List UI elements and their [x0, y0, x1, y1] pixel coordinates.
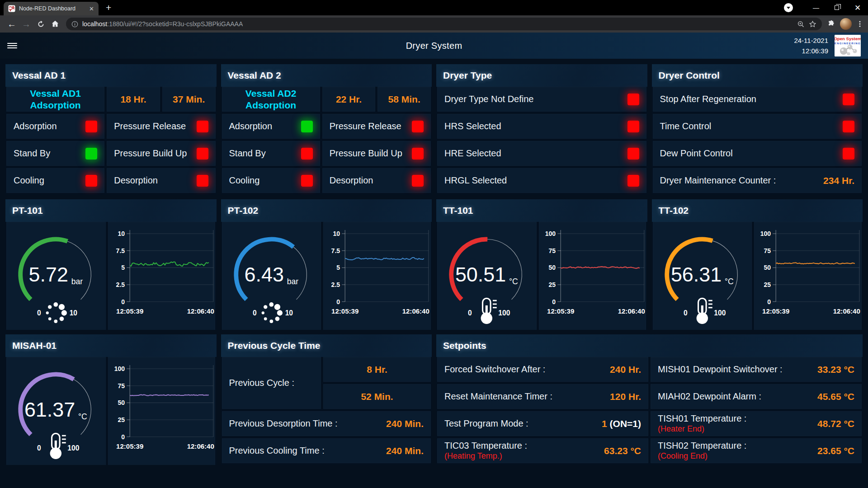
panel-previous-cycle-time: Previous Cycle TimePrevious Cycle :8 Hr.…: [221, 334, 432, 465]
zoom-icon[interactable]: [797, 20, 805, 28]
toolbar-right: [827, 18, 863, 30]
address-bar[interactable]: localhost:1880/ui/#!/2?socketid=R3u-cslx…: [66, 18, 822, 30]
value-label-wrap: TISH02 Temperature :(Cooling End): [658, 441, 746, 461]
cycle-hours-cell: 8 Hr.: [323, 357, 431, 382]
value-text: 23.65 °C: [817, 446, 854, 456]
close-button[interactable]: ✕: [847, 0, 868, 15]
panel-grid: Vessal AD 1Vessal AD1Adsorption18 Hr.37 …: [0, 59, 868, 465]
status-led-red: [85, 121, 97, 132]
new-tab-button[interactable]: +: [106, 2, 111, 13]
status-label: Pressure Release: [330, 121, 401, 131]
gauge-value: 50.51°C: [455, 263, 518, 286]
bookmark-star-icon[interactable]: [809, 20, 816, 28]
tt-102-chart-cell: 100755025012:05:3912:06:40: [754, 222, 862, 330]
status-cell-cooling: Cooling: [222, 168, 320, 193]
hours-cell: 22 Hr.: [322, 87, 376, 112]
gauge-max-label: 100: [714, 309, 726, 317]
browser-tab[interactable]: Node-RED Dashboard ✕: [4, 2, 99, 15]
tab-title: Node-RED Dashboard: [19, 5, 85, 12]
minutes-value: 37 Min.: [173, 94, 205, 105]
panel-body: Stop After RegenerationTime ControlDew P…: [652, 87, 863, 195]
logo-line1: Open System: [835, 36, 861, 41]
status-label: Cooling: [229, 175, 260, 186]
status-cell-stand-by: Stand By: [6, 141, 104, 166]
minutes-cell: 58 Min.: [377, 87, 431, 112]
status-label: Adsorption: [229, 121, 273, 131]
pt-102-chart-cell: 107.552.5012:05:3912:06:40: [323, 222, 431, 330]
media-control-icon[interactable]: [784, 3, 793, 12]
y-tick-label: 100: [545, 230, 556, 237]
value-cell-tish02-temperature: TISH02 Temperature :(Cooling End)23.65 °…: [651, 438, 862, 463]
back-icon[interactable]: ←: [5, 17, 19, 31]
minimize-button[interactable]: —: [806, 0, 826, 15]
tt-102-gauge: 56.31°C0100: [653, 222, 752, 330]
vessel-status-text: Vessal AD2Adsorption: [245, 88, 296, 111]
value-label: Dryer Maintenance Counter :: [660, 175, 776, 186]
panel-title: TT-101: [436, 199, 647, 222]
panel-body: Vessal AD1Adsorption18 Hr.37 Min.Adsorpt…: [5, 87, 217, 195]
cycle-minutes-cell: 52 Min.: [323, 384, 431, 409]
status-cell-dew-point-control: Dew Point Control: [653, 141, 862, 166]
y-tick-label: 0: [336, 298, 340, 305]
x-end-label: 12:06:40: [402, 307, 429, 315]
maximize-button[interactable]: [826, 0, 847, 15]
status-label: Desorption: [330, 175, 373, 186]
status-label: Time Control: [660, 121, 712, 131]
misah-01-chart-cell: 100755025012:05:3912:06:40: [108, 357, 216, 465]
pt-102-gauge: 6.43bar010: [222, 222, 321, 330]
value-label-wrap: Previous Desorption Time :: [229, 418, 338, 429]
kebab-menu-icon[interactable]: [856, 20, 863, 28]
gauge-value: 56.31°C: [670, 263, 733, 286]
panel-title: Setpoints: [436, 334, 863, 357]
gauge-min-label: 0: [683, 309, 687, 317]
status-cell-desorption: Desorption: [322, 168, 431, 193]
y-tick-label: 0: [121, 433, 125, 441]
status-led-red: [85, 175, 97, 187]
status-led-red: [627, 121, 639, 132]
panel-body: 50.51°C0100100755025012:05:3912:06:40: [436, 222, 647, 330]
profile-avatar[interactable]: [840, 18, 852, 30]
x-start-label: 12:05:39: [331, 307, 359, 315]
panel-title: Dryer Type: [436, 64, 647, 87]
panel-title: PT-102: [221, 199, 432, 222]
thermometer-icon: [696, 298, 712, 324]
y-tick-label: 100: [760, 230, 771, 237]
y-tick-label: 25: [764, 281, 771, 288]
info-icon[interactable]: [71, 21, 78, 28]
x-start-label: 12:05:39: [762, 307, 789, 315]
thermometer-icon: [50, 433, 66, 459]
home-icon[interactable]: [48, 17, 62, 31]
forward-icon[interactable]: →: [19, 17, 33, 31]
misah-01-chart: 100755025012:05:3912:06:40: [108, 357, 216, 465]
page-title: Dryer System: [0, 41, 868, 51]
reload-icon[interactable]: [33, 17, 48, 31]
pt-101-chart: 107.552.5012:05:3912:06:40: [108, 222, 216, 330]
extensions-icon[interactable]: [827, 20, 835, 28]
time-text: 12:06:39: [794, 46, 828, 56]
status-cell-cooling: Cooling: [6, 168, 104, 193]
spinner-dots-icon: [261, 302, 282, 323]
value-label-wrap: MIAH02 Dewpoint Alarm :: [658, 391, 761, 402]
value-label-wrap: Previous Cooling Time :: [229, 446, 325, 456]
company-logo: Open System ENGINEERING: [835, 35, 861, 56]
status-cell-adsorption: Adsorption: [6, 114, 104, 139]
value-label-wrap: TIC03 Temperature :(Heating Temp.): [444, 441, 527, 461]
y-tick-label: 2.5: [331, 281, 340, 288]
value-label: MISH01 Dewpoint Switchover :: [658, 364, 783, 375]
tab-close-icon[interactable]: ✕: [89, 5, 94, 12]
y-tick-label: 50: [548, 264, 556, 271]
gauge-max-label: 100: [498, 309, 510, 317]
panel-title: PT-101: [5, 199, 217, 222]
panel-pt-102: PT-1026.43bar010107.552.5012:05:3912:06:…: [221, 199, 432, 330]
vessel-status-text: Vessal AD1Adsorption: [30, 88, 80, 111]
value-text: 33.23 °C: [817, 364, 854, 375]
panel-setpoints: SetpointsForced Switchover After :240 Hr…: [436, 334, 863, 465]
panel-body: Vessal AD2Adsorption22 Hr.58 Min.Adsorpt…: [221, 87, 432, 195]
tt-102-gauge-cell: 56.31°C0100: [653, 222, 752, 330]
status-led-red: [301, 175, 313, 187]
status-label: HRE Selected: [444, 148, 501, 159]
minutes-value: 58 Min.: [388, 94, 420, 105]
y-tick-label: 2.5: [116, 281, 125, 288]
value-cell-forced-switchover-after: Forced Switchover After :240 Hr.: [437, 357, 648, 382]
panel-body: 61.37°C0100100755025012:05:3912:06:40: [5, 357, 217, 465]
